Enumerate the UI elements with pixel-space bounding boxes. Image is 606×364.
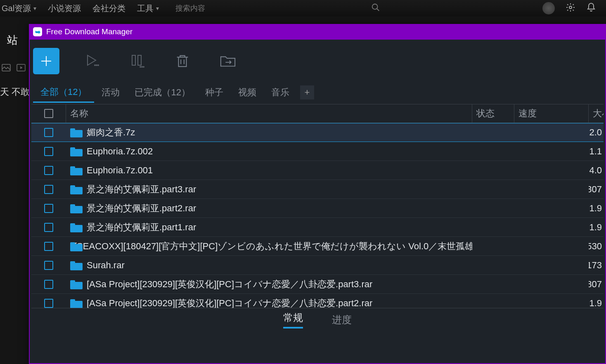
- row-status: [472, 142, 514, 161]
- row-speed: [514, 180, 589, 199]
- svg-point-10: [96, 65, 97, 66]
- table-row[interactable]: [ASa Project][230929][英俊汉化][PC]コイバナ恋愛／八卦…: [31, 294, 604, 308]
- table-row[interactable]: [SEACOXX][180427][官方中文][PC]ゾンビのあふれた世界で俺だ…: [31, 237, 604, 256]
- table-row[interactable]: 景之海的艾佩莉亚.part1.rar1.9: [31, 218, 604, 237]
- row-size: 1.1: [589, 142, 604, 161]
- table-row[interactable]: [ASa Project][230929][英俊汉化][PC]コイバナ恋愛／八卦…: [31, 275, 604, 294]
- row-checkbox[interactable]: [31, 123, 66, 142]
- row-checkbox[interactable]: [31, 294, 66, 308]
- row-speed: [514, 256, 589, 274]
- svg-marker-8: [88, 55, 96, 65]
- table-row[interactable]: Euphoria.7z.0021.1: [31, 142, 604, 161]
- row-checkbox[interactable]: [31, 218, 66, 236]
- delete-button[interactable]: [169, 48, 196, 74]
- avatar[interactable]: [542, 2, 555, 14]
- filter-tabs: 全部（12）活动已完成（12）种子视频音乐+: [30, 83, 605, 102]
- filter-tab[interactable]: 种子: [198, 83, 231, 102]
- bg-nav-item[interactable]: 会社分类: [92, 3, 125, 14]
- app-logo-icon: ➥: [33, 27, 42, 36]
- row-status: [472, 256, 514, 274]
- details-body: [31, 331, 604, 363]
- row-status: [472, 294, 514, 308]
- table-row[interactable]: 景之海的艾佩莉亚.part2.rar1.9: [31, 199, 604, 218]
- filter-tab[interactable]: 视频: [231, 83, 264, 102]
- row-checkbox[interactable]: [31, 275, 66, 293]
- row-checkbox[interactable]: [31, 142, 66, 161]
- row-checkbox[interactable]: [31, 237, 66, 255]
- header-checkbox[interactable]: [31, 104, 66, 123]
- details-tab[interactable]: 进度: [332, 313, 352, 326]
- table-row[interactable]: 景之海的艾佩莉亚.part3.rar307: [31, 180, 604, 199]
- pause-button[interactable]: [124, 48, 150, 74]
- bg-search[interactable]: 搜索内容: [170, 3, 385, 14]
- file-name: [SEACOXX][180427][官方中文][PC]ゾンビのあふれた世界で俺だ…: [74, 240, 472, 253]
- folder-icon: [70, 128, 83, 137]
- folder-icon: [70, 147, 83, 156]
- bell-icon[interactable]: [586, 2, 596, 14]
- row-speed: [514, 294, 589, 308]
- row-status: [472, 275, 514, 293]
- file-name: [ASa Project][230929][英俊汉化][PC]コイバナ恋愛／八卦…: [87, 278, 372, 291]
- row-speed: [514, 142, 589, 161]
- filter-tab[interactable]: 音乐: [264, 83, 297, 102]
- svg-point-16: [143, 66, 144, 67]
- details-tabs: 常规进度: [31, 308, 604, 331]
- row-status: [472, 180, 514, 199]
- row-checkbox[interactable]: [31, 199, 66, 217]
- file-name: [ASa Project][230929][英俊汉化][PC]コイバナ恋愛／八卦…: [87, 297, 372, 308]
- svg-rect-12: [132, 55, 135, 65]
- svg-point-9: [95, 65, 95, 66]
- table-row[interactable]: 媚肉之香.7z2.0: [31, 123, 604, 142]
- header-speed[interactable]: 速度: [514, 104, 589, 123]
- svg-point-15: [142, 66, 142, 67]
- table-row[interactable]: Euphoria.7z.0014.0: [31, 161, 604, 180]
- row-size: 807: [589, 275, 604, 293]
- svg-marker-5: [20, 66, 22, 69]
- filter-tab[interactable]: 已完成（12）: [127, 83, 197, 102]
- svg-point-14: [140, 66, 141, 67]
- row-size: 1.9: [589, 218, 604, 236]
- header-name[interactable]: 名称: [66, 104, 472, 123]
- svg-line-1: [377, 8, 379, 11]
- row-speed: [514, 275, 589, 293]
- add-button[interactable]: [33, 48, 59, 74]
- row-checkbox[interactable]: [31, 161, 66, 180]
- filter-tab[interactable]: 全部（12）: [33, 83, 94, 103]
- file-name: 景之海的艾佩莉亚.part2.rar: [87, 202, 196, 215]
- bg-nav-item[interactable]: 工具▾: [137, 3, 159, 14]
- svg-point-0: [372, 4, 378, 9]
- row-checkbox[interactable]: [31, 256, 66, 274]
- filter-tab[interactable]: 活动: [94, 83, 127, 102]
- file-name: 景之海的艾佩莉亚.part1.rar: [87, 221, 196, 234]
- row-size: 173: [589, 256, 604, 274]
- gear-icon[interactable]: [566, 2, 575, 14]
- header-status[interactable]: 状态: [472, 104, 514, 123]
- row-size: 530: [589, 237, 604, 255]
- bg-nav-item[interactable]: 小说资源: [48, 3, 81, 14]
- background-nav: Gal资源▾ 小说资源 会社分类 工具▾ 搜索内容: [0, 0, 606, 17]
- row-size: 1.9: [589, 294, 604, 308]
- bg-right-icons: [542, 2, 596, 14]
- details-tab[interactable]: 常规: [283, 311, 303, 329]
- folder-icon: [70, 279, 83, 289]
- row-checkbox[interactable]: [31, 180, 66, 199]
- download-table: 名称 状态 速度 大小 媚肉之香.7z2.0Euphoria.7z.0021.1…: [30, 102, 605, 308]
- titlebar[interactable]: ➥ Free Download Manager: [30, 24, 605, 40]
- table-body: 媚肉之香.7z2.0Euphoria.7z.0021.1Euphoria.7z.…: [31, 123, 604, 308]
- fdm-window: ➥ Free Download Manager 全部（12）活动已完成（12）种…: [29, 24, 606, 364]
- folder-icon: [70, 260, 83, 270]
- file-name: 媚肉之香.7z: [87, 126, 135, 139]
- folder-icon: [70, 165, 83, 175]
- bg-nav-item[interactable]: Gal资源▾: [2, 3, 36, 14]
- add-filter-button[interactable]: +: [300, 85, 314, 99]
- table-header: 名称 状态 速度 大小: [31, 104, 604, 123]
- file-name: 景之海的艾佩莉亚.part3.rar: [87, 183, 196, 196]
- svg-point-2: [569, 6, 572, 9]
- start-button[interactable]: [78, 48, 105, 74]
- file-name: Euphoria.7z.002: [87, 146, 153, 157]
- header-size[interactable]: 大小: [589, 104, 604, 123]
- search-placeholder: 搜索内容: [175, 3, 205, 13]
- move-to-folder-button[interactable]: [215, 48, 241, 74]
- row-status: [472, 161, 514, 180]
- table-row[interactable]: Surah.rar173: [31, 256, 604, 275]
